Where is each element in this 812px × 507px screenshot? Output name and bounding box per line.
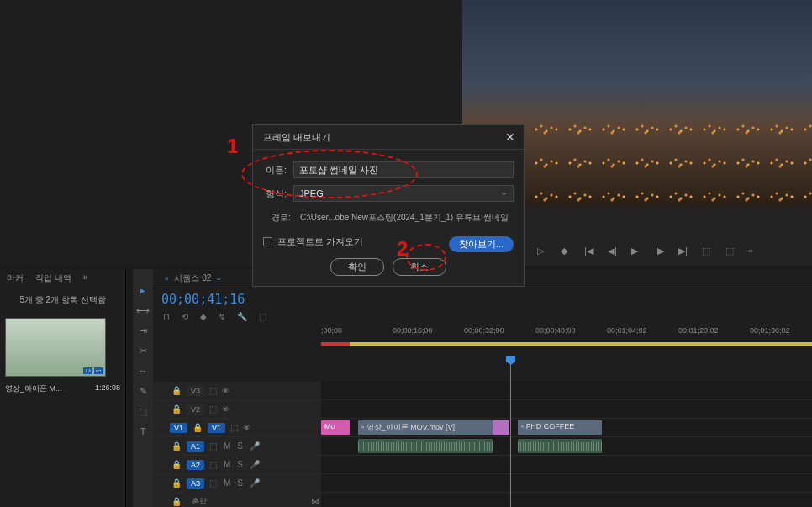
import-checkbox[interactable] xyxy=(263,237,272,246)
time-tick: 00;00;48;00 xyxy=(535,326,576,335)
solo-icon[interactable]: S xyxy=(235,460,245,469)
ok-button[interactable]: 확인 xyxy=(330,258,384,276)
track-v2-content[interactable] xyxy=(321,400,812,418)
playhead[interactable] xyxy=(510,362,511,507)
track-a2-content[interactable] xyxy=(321,456,812,473)
mic-icon[interactable]: 🎤 xyxy=(248,441,261,451)
track-v3-label[interactable]: V3 xyxy=(187,386,204,396)
track-v1-content[interactable]: Mo ▫ 영상_아이폰 MOV.mov [V] ▫ FHD COFFEE xyxy=(321,419,812,436)
lock-icon[interactable]: 🔒 xyxy=(170,497,183,506)
close-icon[interactable]: ✕ xyxy=(505,130,515,144)
track-v2-label[interactable]: V2 xyxy=(187,404,204,415)
link-icon[interactable]: ⟲ xyxy=(180,312,190,321)
extract-icon[interactable]: ⬚ xyxy=(725,246,737,257)
tab-more-icon[interactable]: » xyxy=(83,272,88,284)
tools-panel: ▸ ⟷ ⇥ ✂ ↔ ✎ ⬚ T xyxy=(133,269,153,507)
clip-label: FHD COFFEE xyxy=(526,422,575,430)
track-a3-label[interactable]: A3 xyxy=(187,478,204,489)
wrench-icon[interactable]: 🔧 xyxy=(235,312,249,321)
annotation-number-1: 1 xyxy=(227,135,238,158)
track-a2-label[interactable]: A2 xyxy=(187,460,204,470)
track-a1-label[interactable]: A1 xyxy=(187,441,204,452)
dialog-title: 프레임 내보내기 xyxy=(263,131,330,144)
selection-tool-icon[interactable]: ▸ xyxy=(137,284,149,296)
cc-icon[interactable]: ⬚ xyxy=(257,312,268,321)
clip-name: 영상_아이폰 M... xyxy=(5,383,62,394)
clip-audio-1[interactable] xyxy=(358,439,493,453)
time-ruler[interactable]: ;00;00 00;00;16;00 00;00;32;00 00;00;48;… xyxy=(321,326,812,346)
type-tool-icon[interactable]: T xyxy=(137,425,149,437)
toggle-icon[interactable]: ⬚ xyxy=(208,386,219,395)
clip-video-2[interactable]: ▫ FHD COFFEE xyxy=(518,420,602,435)
expand-icon[interactable]: ⋈ xyxy=(309,497,321,506)
play-icon[interactable]: ▶ xyxy=(631,246,643,257)
solo-icon[interactable]: S xyxy=(235,478,245,488)
mic-icon[interactable]: 🎤 xyxy=(248,460,261,469)
mute-icon[interactable]: M xyxy=(222,478,232,488)
sequence-tab[interactable]: × 시퀀스 02 ≡ xyxy=(161,272,224,284)
lock-icon[interactable]: 🔒 xyxy=(170,478,183,488)
annotation-ellipse-1 xyxy=(241,150,418,198)
work-area-bar[interactable] xyxy=(321,342,812,346)
clip-pink[interactable]: Mo xyxy=(321,420,350,435)
clip-audio-2[interactable] xyxy=(518,439,602,453)
mark-out-icon[interactable]: ▷ xyxy=(537,246,549,257)
slip-tool-icon[interactable]: ↔ xyxy=(137,365,149,377)
step-back-icon[interactable]: ◀| xyxy=(608,246,620,257)
export-frame-icon[interactable]: ▫ xyxy=(749,246,761,257)
track-a1-content[interactable] xyxy=(321,437,812,455)
solo-icon[interactable]: S xyxy=(235,441,245,451)
track-v3-content[interactable] xyxy=(321,382,812,399)
clip-transition[interactable] xyxy=(493,420,509,435)
playback-controls: ◁ ▷ ◆ |◀ ◀| ▶ |▶ ▶| ⬚ ⬚ ▫ xyxy=(514,246,761,257)
tab-marker[interactable]: 마커 xyxy=(7,272,24,284)
tab-history[interactable]: 작업 내역 xyxy=(35,272,71,284)
audio-badge-icon: ♪♪ xyxy=(83,367,92,374)
clip-thumbnail[interactable]: ♪♪ ▭ xyxy=(5,318,106,377)
toggle-icon[interactable]: ⬚ xyxy=(208,441,219,451)
eye-icon[interactable]: 👁 xyxy=(222,387,232,395)
path-row: 경로: C:\User...obe New포스팅(2024_1분기_1) 유튜브… xyxy=(263,212,514,224)
ripple-tool-icon[interactable]: ⇥ xyxy=(137,325,149,336)
add-marker-icon[interactable]: ◆ xyxy=(561,246,572,257)
source-v1-label[interactable]: V1 xyxy=(170,423,187,433)
goto-out-icon[interactable]: ▶| xyxy=(678,246,690,257)
path-value: C:\User...obe New포스팅(2024_1분기_1) 유튜브 썸네일 xyxy=(300,213,509,222)
pen-tool-icon[interactable]: ✎ xyxy=(137,385,149,397)
toggle-icon[interactable]: ⬚ xyxy=(208,478,219,488)
track-mix-label[interactable]: 혼합 xyxy=(187,496,212,507)
annotation-ellipse-2 xyxy=(406,244,446,271)
lift-icon[interactable]: ⬚ xyxy=(702,246,714,257)
mic-icon[interactable]: 🎤 xyxy=(248,478,261,488)
step-forward-icon[interactable]: |▶ xyxy=(655,246,667,257)
browse-button[interactable]: 찾아보기... xyxy=(449,236,514,252)
track-a3-content[interactable] xyxy=(321,474,812,492)
razor-tool-icon[interactable]: ✂ xyxy=(137,345,149,356)
settings-icon[interactable]: ↯ xyxy=(217,312,227,321)
clip-video-1[interactable]: ▫ 영상_아이폰 MOV.mov [V] xyxy=(358,420,493,435)
lock-icon[interactable]: 🔒 xyxy=(170,441,183,451)
snap-icon[interactable]: ⊓ xyxy=(161,312,171,321)
mute-icon[interactable]: M xyxy=(222,441,232,451)
lock-icon[interactable]: 🔒 xyxy=(191,423,204,432)
toggle-icon[interactable]: ⬚ xyxy=(208,460,219,469)
hand-tool-icon[interactable]: ⬚ xyxy=(137,405,149,417)
goto-in-icon[interactable]: |◀ xyxy=(584,246,596,257)
close-sequence-icon[interactable]: ≡ xyxy=(214,275,224,283)
eye-icon[interactable]: 👁 xyxy=(222,405,232,414)
track-v1-label[interactable]: V1 xyxy=(208,423,225,433)
track-mix-content[interactable] xyxy=(321,493,812,507)
eye-icon[interactable]: 👁 xyxy=(243,424,253,432)
lock-icon[interactable]: 🔒 xyxy=(170,404,183,414)
track-select-tool-icon[interactable]: ⟷ xyxy=(137,304,149,316)
marker-icon[interactable]: ◆ xyxy=(198,312,208,321)
timeline-toolbar: ⊓ ⟲ ◆ ↯ 🔧 ⬚ xyxy=(153,310,812,326)
mute-icon[interactable]: M xyxy=(222,460,232,469)
timecode-display[interactable]: 00;00;41;16 xyxy=(153,288,812,310)
fx-icon: ▫ xyxy=(521,422,524,430)
toggle-icon[interactable]: ⬚ xyxy=(208,404,219,414)
time-tick: 00;00;32;00 xyxy=(464,326,504,335)
toggle-icon[interactable]: ⬚ xyxy=(229,423,240,432)
lock-icon[interactable]: 🔒 xyxy=(170,386,183,395)
lock-icon[interactable]: 🔒 xyxy=(170,460,183,469)
